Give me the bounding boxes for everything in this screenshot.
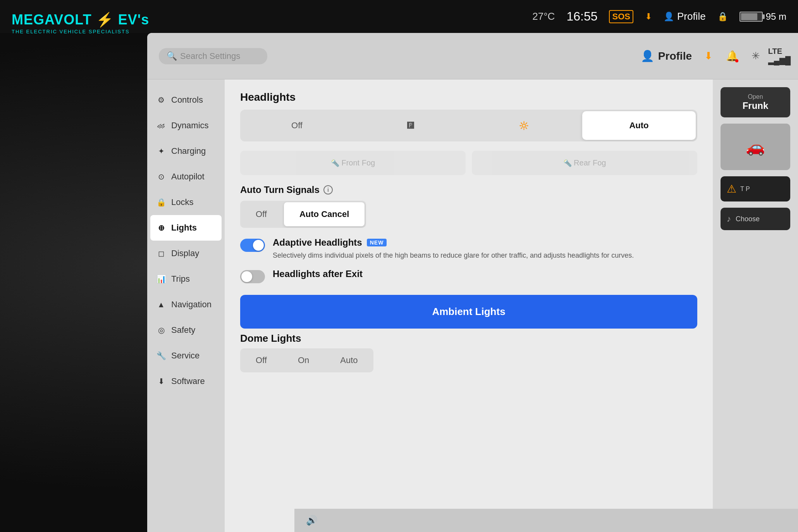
headlights-title: Headlights (240, 91, 697, 103)
software-icon: ⬇ (157, 377, 166, 386)
sidebar-item-lights[interactable]: ⊕ Lights (150, 215, 222, 241)
header-profile[interactable]: 👤 Profile (641, 50, 692, 62)
parking-lights-icon: 🅿 (407, 122, 414, 129)
sidebar-item-navigation[interactable]: ▲ Navigation (147, 292, 225, 317)
brand-name: MEGAVOLT ⚡ EV's (12, 12, 149, 28)
profile-status[interactable]: 👤 Profile (664, 10, 706, 22)
bell-icon[interactable]: 🔔 (725, 49, 739, 63)
search-bar[interactable]: 🔍 Search Settings (159, 48, 267, 64)
controls-icon: ⚙ (157, 95, 166, 105)
battery-display: 95 m (740, 11, 786, 22)
download-icon[interactable]: ⬇ (702, 49, 715, 63)
warning-triangle-icon: ⚠ (727, 182, 736, 195)
dome-off-btn[interactable]: Off (240, 348, 282, 372)
charging-icon: ✦ (157, 146, 166, 156)
sidebar-item-service[interactable]: 🔧 Service (147, 343, 225, 368)
brand-subtitle: THE ELECTRIC VEHICLE SPECIALISTS (12, 29, 149, 34)
bluetooth-icon[interactable]: ✳ (749, 49, 763, 63)
headlights-exit-toggle[interactable] (240, 270, 265, 283)
sidebar-item-safety[interactable]: ◎ Safety (147, 317, 225, 343)
dome-button-group: Off On Auto (240, 348, 373, 372)
profile-icon: 👤 (641, 50, 654, 62)
adaptive-headlights-toggle[interactable] (240, 239, 265, 252)
auto-turn-button-group: Off Auto Cancel (240, 201, 366, 228)
bottom-bar: 🔊 (294, 509, 798, 532)
frunk-open-btn[interactable]: Open Frunk (721, 87, 790, 117)
auto-turn-info-icon[interactable]: i (323, 185, 333, 195)
service-icon: 🔧 (157, 351, 166, 360)
new-badge: NEW (367, 239, 387, 246)
headlights-exit-row: Headlights after Exit (240, 269, 697, 283)
tesla-content: ⚙ Controls 🏎 Dynamics ✦ Charging ⊙ Autop… (147, 79, 798, 532)
ambient-lights-btn[interactable]: Ambient Lights (240, 295, 697, 329)
dynamics-icon: 🏎 (157, 121, 166, 130)
headlights-off-btn[interactable]: Off (240, 110, 354, 141)
dome-lights-title: Dome Lights (240, 332, 697, 344)
sos-display: SOS (609, 10, 633, 23)
adaptive-headlights-row: Adaptive Headlights NEW Selectively dims… (240, 237, 697, 261)
display-icon: ◻ (157, 249, 166, 258)
low-beam-icon: 🔆 (519, 121, 529, 130)
search-input[interactable]: Search Settings (180, 51, 240, 61)
safety-icon: ◎ (157, 325, 166, 335)
rear-fog-btn[interactable]: 🔦 Rear Fog (472, 151, 697, 175)
lock-icon-status: 🔒 (717, 12, 728, 22)
sound-icon[interactable]: 🔊 (306, 515, 318, 526)
autopilot-icon: ⊙ (157, 172, 166, 181)
sidebar: ⚙ Controls 🏎 Dynamics ✦ Charging ⊙ Autop… (147, 79, 225, 532)
choose-label: Choose (736, 215, 760, 223)
auto-turn-cancel-btn[interactable]: Auto Cancel (284, 202, 365, 226)
music-card[interactable]: ♪ Choose (721, 208, 790, 230)
sidebar-item-trips[interactable]: 📊 Trips (147, 266, 225, 292)
headlights-parking-btn[interactable]: 🅿 (354, 110, 467, 141)
main-panel: Headlights Off 🅿 🔆 Auto 🔦 Front Fog 🔦 (225, 79, 713, 532)
adaptive-headlights-title: Adaptive Headlights NEW (273, 237, 697, 248)
headlights-auto-btn[interactable]: Auto (582, 111, 696, 140)
navigation-icon: ▲ (157, 300, 166, 309)
sidebar-item-display[interactable]: ◻ Display (147, 241, 225, 266)
sidebar-item-autopilot[interactable]: ⊙ Autopilot (147, 164, 225, 189)
car-image-placeholder: 🚗 (721, 124, 790, 170)
right-panel: Open Frunk 🚗 ⚠ T P ♪ Choose (713, 79, 798, 532)
dome-auto-btn[interactable]: Auto (325, 348, 373, 372)
header-actions: 👤 Profile ⬇ 🔔 ✳ LTE▂▄▆█ (641, 49, 786, 63)
locks-icon: 🔒 (157, 198, 166, 207)
headlights-low-btn[interactable]: 🔆 (467, 110, 581, 141)
sidebar-item-software[interactable]: ⬇ Software (147, 368, 225, 394)
logo: MEGAVOLT ⚡ EV's THE ELECTRIC VEHICLE SPE… (12, 12, 149, 34)
headlights-exit-label: Headlights after Exit (273, 269, 697, 282)
tesla-screen: 🔍 Search Settings 👤 Profile ⬇ 🔔 ✳ LTE▂▄▆… (147, 33, 798, 532)
tesla-header: 🔍 Search Settings 👤 Profile ⬇ 🔔 ✳ LTE▂▄▆… (147, 33, 798, 79)
warning-text: T P (740, 186, 750, 193)
lights-icon: ⊕ (157, 223, 166, 232)
headlights-button-group: Off 🅿 🔆 Auto (240, 110, 697, 141)
headlights-exit-title: Headlights after Exit (273, 269, 697, 279)
search-icon: 🔍 (167, 51, 177, 61)
auto-turn-signals-section: Auto Turn Signals i (240, 184, 697, 195)
warning-card[interactable]: ⚠ T P (721, 176, 790, 201)
download-icon-status: ⬇ (645, 12, 652, 22)
time-display: 16:55 (566, 9, 597, 24)
rear-fog-icon: 🔦 (563, 159, 572, 167)
toggle-knob-exit (241, 271, 252, 282)
adaptive-headlights-label: Adaptive Headlights NEW Selectively dims… (273, 237, 697, 261)
temperature-display: 27°C (532, 10, 555, 22)
dome-on-btn[interactable]: On (282, 348, 325, 372)
front-fog-icon: 🔦 (331, 159, 339, 167)
notification-dot (735, 59, 738, 62)
adaptive-headlights-desc: Selectively dims individual pixels of th… (273, 250, 697, 261)
front-fog-btn[interactable]: 🔦 Front Fog (240, 151, 466, 175)
fog-lights-row: 🔦 Front Fog 🔦 Rear Fog (240, 151, 697, 175)
auto-turn-off-btn[interactable]: Off (240, 201, 282, 228)
sidebar-item-dynamics[interactable]: 🏎 Dynamics (147, 113, 225, 138)
toggle-knob (253, 240, 264, 251)
sidebar-item-charging[interactable]: ✦ Charging (147, 138, 225, 164)
sidebar-item-locks[interactable]: 🔒 Locks (147, 189, 225, 215)
music-note-icon: ♪ (727, 214, 731, 224)
sidebar-item-controls[interactable]: ⚙ Controls (147, 87, 225, 113)
lte-signal-icon: LTE▂▄▆█ (772, 49, 786, 63)
trips-icon: 📊 (157, 274, 166, 284)
